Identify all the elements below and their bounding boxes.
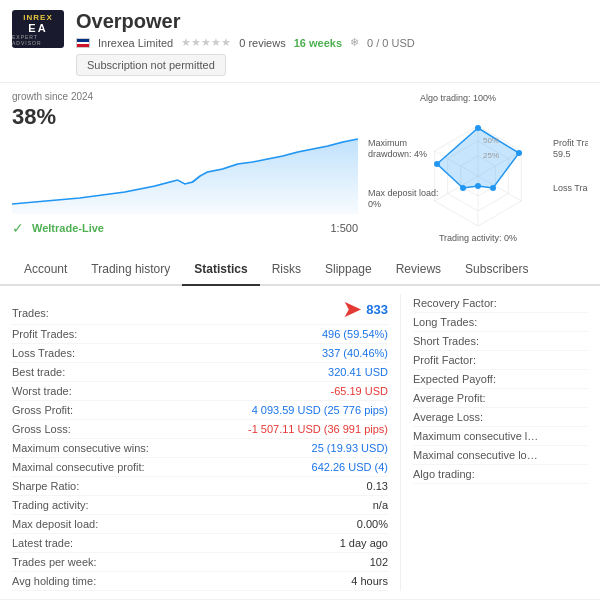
stat-row-left-5: Gross Profit:4 093.59 USD (25 776 pips): [12, 401, 388, 420]
stat-value-left-5: 4 093.59 USD (25 776 pips): [252, 404, 388, 416]
stat-label-left-0: Trades:: [12, 307, 49, 319]
stat-row-left-14: Avg holding time:4 hours: [12, 572, 388, 591]
tab-trading-history[interactable]: Trading history: [79, 254, 182, 286]
svg-point-11: [516, 150, 522, 156]
svg-point-12: [490, 185, 496, 191]
deposit-load-label1: Max deposit load:: [368, 188, 439, 198]
stat-label-right-3: Profit Factor:: [413, 354, 476, 366]
stat-label-right-5: Average Profit:: [413, 392, 486, 404]
stat-label-left-11: Max deposit load:: [12, 518, 98, 530]
svg-point-10: [475, 125, 481, 131]
top-section: growth since 2024 38% ✓ Weltrade-Live 1:…: [0, 83, 600, 254]
account-info: ✓ Weltrade-Live 1:500: [12, 220, 358, 236]
right-panel: 50% 25% Algo trading: 100% Profit Trades…: [368, 91, 588, 246]
stat-row-right-8: Maximal consecutive lo…: [413, 446, 588, 465]
profit-trades-value: 59.5: [553, 149, 571, 159]
stat-value-left-10: n/a: [373, 499, 388, 511]
stat-row-left-10: Trading activity:n/a: [12, 496, 388, 515]
tab-slippage[interactable]: Slippage: [313, 254, 384, 286]
stat-label-left-12: Latest trade:: [12, 537, 73, 549]
stat-row-left-8: Maximal consecutive profit:642.26 USD (4…: [12, 458, 388, 477]
stat-label-left-7: Maximum consecutive wins:: [12, 442, 149, 454]
svg-point-14: [460, 185, 466, 191]
stat-label-left-3: Best trade:: [12, 366, 65, 378]
tab-subscribers[interactable]: Subscribers: [453, 254, 540, 286]
tab-risks[interactable]: Risks: [260, 254, 313, 286]
account-name: Weltrade-Live: [32, 222, 104, 234]
subscription-button[interactable]: Subscription not permitted: [76, 54, 226, 76]
stat-row-right-1: Long Trades:: [413, 313, 588, 332]
stat-label-right-2: Short Trades:: [413, 335, 479, 347]
stat-label-left-10: Trading activity:: [12, 499, 89, 511]
stat-row-left-9: Sharpe Ratio:0.13: [12, 477, 388, 496]
stat-label-left-13: Trades per week:: [12, 556, 97, 568]
stat-label-right-0: Recovery Factor:: [413, 297, 497, 309]
snow-icon: ❄: [350, 36, 359, 49]
stat-row-left-1: Profit Trades:496 (59.54%): [12, 325, 388, 344]
stat-label-right-7: Maximum consecutive l…: [413, 430, 538, 442]
stat-value-left-14: 4 hours: [351, 575, 388, 587]
stat-row-left-6: Gross Loss:-1 507.11 USD (36 991 pips): [12, 420, 388, 439]
stat-label-left-14: Avg holding time:: [12, 575, 96, 587]
svg-text:25%: 25%: [483, 151, 499, 160]
stat-row-right-6: Average Loss:: [413, 408, 588, 427]
stats-content: Trades:➤833Profit Trades:496 (59.54%)Los…: [0, 286, 600, 599]
logo-area: INREX EA EXPERT ADVISOR: [12, 10, 64, 48]
trading-activity-label: Trading activity: 0%: [439, 233, 517, 243]
chart-area: [12, 134, 358, 214]
account-status-icon: ✓: [12, 220, 24, 236]
logo-text-top: INREX: [23, 13, 52, 22]
stat-row-left-12: Latest trade:1 day ago: [12, 534, 388, 553]
stat-label-left-1: Profit Trades:: [12, 328, 77, 340]
logo-box: INREX EA EXPERT ADVISOR: [12, 10, 64, 48]
stat-row-left-13: Trades per week:102: [12, 553, 388, 572]
stat-value-left-9: 0.13: [367, 480, 388, 492]
stat-row-left-4: Worst trade:-65.19 USD: [12, 382, 388, 401]
star-rating: ★★★★★: [181, 36, 231, 49]
stat-value-left-8: 642.26 USD (4): [312, 461, 388, 473]
stat-row-right-2: Short Trades:: [413, 332, 588, 351]
stat-label-left-5: Gross Profit:: [12, 404, 73, 416]
stat-row-left-2: Loss Trades:337 (40.46%): [12, 344, 388, 363]
deposit-load-label2: 0%: [368, 199, 381, 209]
stat-value-left-3: 320.41 USD: [328, 366, 388, 378]
stat-row-right-3: Profit Factor:: [413, 351, 588, 370]
left-panel: growth since 2024 38% ✓ Weltrade-Live 1:…: [12, 91, 358, 246]
flag-icon: [76, 38, 90, 48]
logo-text-mid: EA: [28, 22, 47, 34]
growth-value: 38%: [12, 104, 358, 130]
loss-trades-label: Loss Trades: 40.5%: [553, 183, 588, 193]
stat-value-left-1: 496 (59.54%): [322, 328, 388, 340]
header-info: Overpower Inrexea Limited ★★★★★ 0 review…: [76, 10, 588, 76]
stat-row-left-3: Best trade:320.41 USD: [12, 363, 388, 382]
tab-reviews[interactable]: Reviews: [384, 254, 453, 286]
stat-row-left-7: Maximum consecutive wins:25 (19.93 USD): [12, 439, 388, 458]
stat-value-left-11: 0.00%: [357, 518, 388, 530]
header: INREX EA EXPERT ADVISOR Overpower Inrexe…: [0, 0, 600, 83]
tab-bar: Account Trading history Statistics Risks…: [0, 254, 600, 286]
leverage: 1:500: [330, 222, 358, 234]
stat-row-right-5: Average Profit:: [413, 389, 588, 408]
stat-value-left-13: 102: [370, 556, 388, 568]
radar-container: 50% 25% Algo trading: 100% Profit Trades…: [368, 91, 588, 246]
stat-label-right-9: Algo trading:: [413, 468, 475, 480]
svg-marker-9: [437, 128, 519, 188]
tab-account[interactable]: Account: [12, 254, 79, 286]
stat-value-left-2: 337 (40.46%): [322, 347, 388, 359]
stat-label-left-6: Gross Loss:: [12, 423, 71, 435]
stat-row-right-9: Algo trading:: [413, 465, 588, 484]
max-drawdown-label2: drawdown: 4%: [368, 149, 427, 159]
stat-value-left-6: -1 507.11 USD (36 991 pips): [248, 423, 388, 435]
cost-info: 0 / 0 USD: [367, 37, 415, 49]
stat-label-right-1: Long Trades:: [413, 316, 477, 328]
stat-row-right-4: Expected Payoff:: [413, 370, 588, 389]
profit-trades-label: Profit Trades:: [553, 138, 588, 148]
stat-label-left-4: Worst trade:: [12, 385, 72, 397]
review-count: 0 reviews: [239, 37, 285, 49]
max-drawdown-label1: Maximum: [368, 138, 407, 148]
radar-grid: 50% 25%: [434, 125, 522, 226]
provider-name: Inrexea Limited: [98, 37, 173, 49]
tab-statistics[interactable]: Statistics: [182, 254, 259, 286]
growth-label: growth since 2024: [12, 91, 358, 102]
algo-label: Algo trading: 100%: [420, 93, 496, 103]
